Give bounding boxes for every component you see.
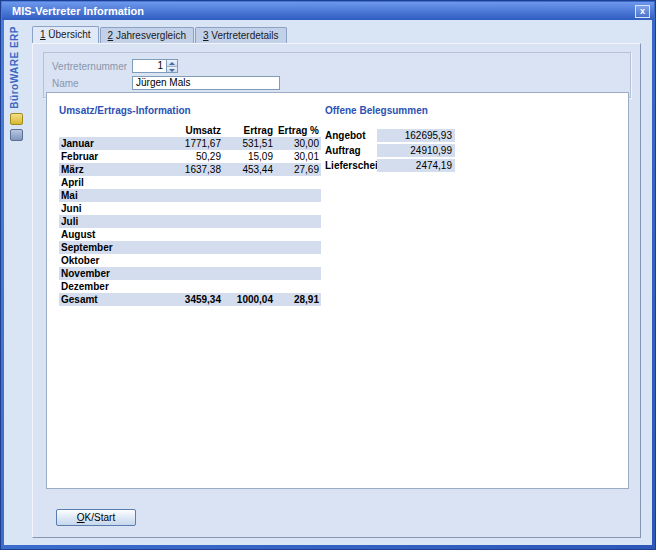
ertrag-pct-cell: 27,69	[273, 164, 319, 175]
table-row: Januar1771,67531,5130,00	[59, 137, 321, 150]
tab-vertreterdetails[interactable]: 3 Vertreterdetails	[195, 27, 287, 43]
belege-value: 2474,19	[377, 159, 455, 172]
name-label: Name	[52, 78, 132, 89]
table-header: Umsatz Ertrag Ertrag %	[59, 124, 321, 137]
tab-jahresvergleich[interactable]: 2 Jahresvergleich	[100, 27, 194, 43]
belege-value: 162695,93	[377, 129, 455, 142]
table-row: Februar50,2915,0930,01	[59, 150, 321, 163]
tab-uebersicht[interactable]: 1 Übersicht	[32, 26, 99, 43]
belege-section: Offene Belegsummen Angebot162695,93Auftr…	[325, 105, 495, 174]
table-row: Juli	[59, 215, 321, 228]
tab-panel: Vertreternummer 1 Name Jürgen Mals	[32, 43, 641, 538]
client-area: BüroWARE ERP 1 Übersicht 2 Jahresverglei…	[4, 20, 652, 545]
tab-bar: 1 Übersicht 2 Jahresvergleich 3 Vertrete…	[32, 28, 288, 43]
month-cell: Mai	[59, 190, 151, 201]
total-umsatz: 3459,34	[151, 294, 221, 305]
total-row: Gesamt 3459,34 1000,04 28,91	[59, 293, 321, 306]
umsatz-title: Umsatz/Ertrags-Information	[59, 105, 321, 116]
month-cell: Dezember	[59, 281, 151, 292]
ertrag-cell: 453,44	[221, 164, 273, 175]
table-row: November	[59, 267, 321, 280]
ertrag-cell: 15,09	[221, 151, 273, 162]
content-panel: Umsatz/Ertrags-Information Umsatz Ertrag…	[46, 92, 629, 489]
window-title: MIS-Vertreter Information	[12, 5, 144, 17]
umsatz-cell: 50,29	[151, 151, 221, 162]
month-cell: September	[59, 242, 151, 253]
belege-body: Angebot162695,93Auftrag24910,99Liefersch…	[325, 129, 495, 172]
titlebar: MIS-Vertreter Information x	[2, 2, 654, 20]
name-field[interactable]: Jürgen Mals	[132, 76, 280, 90]
month-cell: Juli	[59, 216, 151, 227]
spinner-down-icon[interactable]	[167, 67, 177, 73]
total-ertrag: 1000,04	[221, 294, 273, 305]
table-row: Oktober	[59, 254, 321, 267]
umsatz-cell: 1771,67	[151, 138, 221, 149]
total-label: Gesamt	[59, 294, 151, 305]
month-cell: Februar	[59, 151, 151, 162]
table-row: März1637,38453,4427,69	[59, 163, 321, 176]
month-cell: Juni	[59, 203, 151, 214]
name-row: Name Jürgen Mals	[52, 76, 280, 90]
belege-label: Lieferschein	[325, 160, 377, 171]
belege-label: Angebot	[325, 130, 377, 141]
vertreternummer-row: Vertreternummer 1	[52, 59, 178, 73]
umsatz-section: Umsatz/Ertrags-Information Umsatz Ertrag…	[59, 105, 321, 306]
month-cell: November	[59, 268, 151, 279]
belege-row: Angebot162695,93	[325, 129, 495, 142]
table-row: Juni	[59, 202, 321, 215]
brand-strip: BüroWARE ERP	[4, 20, 31, 545]
month-cell: Oktober	[59, 255, 151, 266]
belege-label: Auftrag	[325, 145, 377, 156]
belege-title: Offene Belegsummen	[325, 105, 495, 116]
table-row: Mai	[59, 189, 321, 202]
brand-text: BüroWARE ERP	[9, 26, 20, 109]
ertrag-cell: 531,51	[221, 138, 273, 149]
umsatz-table-body: Januar1771,67531,5130,00Februar50,2915,0…	[59, 137, 321, 293]
vertreternummer-field[interactable]: 1	[132, 59, 178, 73]
umsatz-cell: 1637,38	[151, 164, 221, 175]
month-cell: August	[59, 229, 151, 240]
window: MIS-Vertreter Information x BüroWARE ERP…	[0, 0, 656, 550]
table-row: August	[59, 228, 321, 241]
month-cell: Januar	[59, 138, 151, 149]
folder-icon[interactable]	[10, 129, 23, 141]
ok-start-button[interactable]: OK/Start	[56, 509, 136, 526]
col-ertrag-pct: Ertrag %	[273, 125, 319, 136]
close-icon[interactable]: x	[635, 5, 650, 18]
col-ertrag: Ertrag	[221, 125, 273, 136]
ertrag-pct-cell: 30,01	[273, 151, 319, 162]
month-cell: April	[59, 177, 151, 188]
belege-value: 24910,99	[377, 144, 455, 157]
table-row: April	[59, 176, 321, 189]
table-row: Dezember	[59, 280, 321, 293]
col-umsatz: Umsatz	[151, 125, 221, 136]
belege-row: Lieferschein2474,19	[325, 159, 495, 172]
vertreternummer-label: Vertreternummer	[52, 61, 132, 72]
belege-row: Auftrag24910,99	[325, 144, 495, 157]
ertrag-pct-cell: 30,00	[273, 138, 319, 149]
note-icon[interactable]	[10, 113, 23, 125]
month-cell: März	[59, 164, 151, 175]
table-row: September	[59, 241, 321, 254]
total-ertrag-pct: 28,91	[273, 294, 319, 305]
spinner	[166, 60, 177, 72]
